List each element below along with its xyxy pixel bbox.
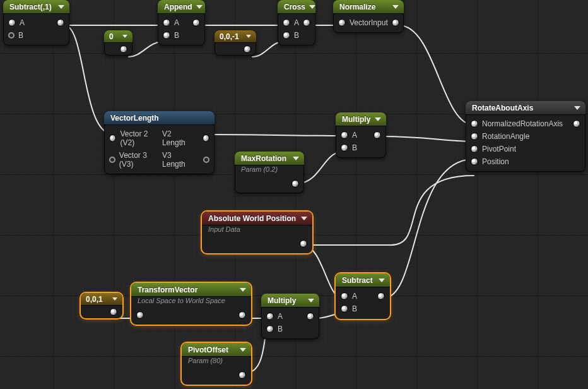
chevron-down-icon[interactable] [301,217,307,220]
node-header[interactable]: PivotOffset [182,343,251,357]
pin-in-b[interactable]: B [8,31,23,40]
chevron-down-icon[interactable] [122,35,127,38]
node-constant-0[interactable]: 0 [104,30,132,56]
pin-in-a[interactable]: A [341,131,357,140]
pin-out[interactable] [288,180,299,188]
node-header[interactable]: Subtract(,1) [3,0,69,14]
node-cross[interactable]: Cross A B [278,0,315,45]
pin-out[interactable] [116,45,127,53]
pin-out-v3[interactable]: V3 Length [162,151,209,169]
node-title: Absolute World Position [208,214,297,223]
node-pivotoffset[interactable]: PivotOffset Param (80) [182,343,251,385]
node-subtract1[interactable]: Subtract(,1) A B [3,0,69,45]
pin-in-a[interactable]: A [163,18,179,27]
node-title: VectorLength [110,114,209,123]
pin-in-v2[interactable]: Vector 2 (V2) [109,129,162,147]
node-title: PivotOffset [188,345,236,354]
pin-in-a[interactable]: A [341,292,357,301]
node-title: MaxRotation [241,154,289,163]
pin-out[interactable] [370,131,381,139]
pin-in[interactable] [136,311,144,319]
pin-in-b[interactable]: B [341,143,357,152]
pin-out[interactable] [373,292,385,300]
chevron-down-icon[interactable] [196,5,203,9]
chevron-down-icon[interactable] [308,299,314,302]
node-subtract2[interactable]: Subtract A B [336,273,390,319]
pin-out[interactable] [53,19,64,27]
pin-in-b[interactable]: B [283,31,299,40]
node-rotateaboutaxis[interactable]: RotateAboutAxis NormalizedRotationAxis R… [466,101,585,172]
node-title: Subtract [342,276,375,285]
node-absolute-world-position[interactable]: Absolute World Position Input Data [202,212,312,253]
node-normalize[interactable]: Normalize VectorInput [333,0,404,33]
node-header[interactable]: Multiply [336,112,386,126]
node-subtitle: Local Space to World Space [131,297,251,307]
constant-value: 0,0,1 [86,295,103,304]
pin-in-b[interactable]: B [341,304,357,313]
chevron-down-icon[interactable] [392,5,399,9]
pin-in-position[interactable]: Position [471,157,509,166]
chevron-down-icon[interactable] [240,288,246,292]
pin-out[interactable] [189,19,200,27]
node-vectorlength[interactable]: VectorLength Vector 2 (V2) V2 Length Vec… [104,111,215,174]
chevron-down-icon[interactable] [240,348,246,352]
pin-out[interactable] [296,240,307,248]
pin-in-v3[interactable]: Vector 3 (V3) [109,151,162,169]
pin-out[interactable] [235,371,246,379]
pin-in-vector[interactable]: VectorInput [338,18,388,27]
node-title: Subtract(,1) [9,3,54,11]
node-title: RotateAboutAxis [472,104,570,112]
chevron-down-icon[interactable] [293,157,299,160]
chevron-down-icon[interactable] [58,5,64,9]
node-title: Cross [284,3,305,11]
node-append[interactable]: Append A B [158,0,205,45]
node-header[interactable]: MaxRotation [235,152,304,165]
pin-in-axis[interactable]: NormalizedRotationAxis [471,119,563,128]
pin-in-pivot[interactable]: PivotPoint [471,145,516,153]
node-subtitle: Param (0.2) [235,165,304,176]
pin-out[interactable] [235,311,246,319]
node-header[interactable]: Normalize [333,0,404,14]
node-header[interactable]: Append [158,0,205,14]
node-header[interactable]: Multiply [261,294,319,308]
node-constant-00-1[interactable]: 0,0,-1 [215,30,256,56]
node-title: Normalize [339,3,389,11]
chevron-down-icon[interactable] [379,278,385,282]
pin-in-a[interactable]: A [283,18,299,27]
node-header[interactable]: Absolute World Position [202,212,312,225]
pin-in-a[interactable]: A [266,312,283,321]
node-subtitle: Param (80) [182,357,251,367]
node-subtitle: Input Data [202,225,312,236]
pin-in-b[interactable]: B [266,325,283,333]
node-multiply1[interactable]: Multiply A B [336,112,386,158]
chevron-down-icon[interactable] [246,35,251,38]
pin-out-v2[interactable]: V2 Length [162,129,209,147]
pin-out[interactable] [240,45,251,53]
pin-in-a[interactable]: A [8,18,25,27]
constant-value: 0,0,-1 [220,32,239,41]
node-multiply2[interactable]: Multiply A B [261,294,319,339]
constant-value: 0 [109,32,114,41]
node-header[interactable]: VectorLength [104,111,215,125]
chevron-down-icon[interactable] [375,117,381,121]
chevron-down-icon[interactable] [309,5,315,9]
pin-out[interactable] [388,19,399,27]
node-header[interactable]: RotateAboutAxis [466,101,585,115]
pin-in-b[interactable]: B [163,31,179,40]
node-title: Append [164,3,192,11]
node-title: Multiply [342,115,371,124]
node-title: TransformVector [138,285,236,294]
node-header[interactable]: TransformVector [131,283,251,297]
pin-out[interactable] [569,120,580,128]
node-header[interactable]: Subtract [336,273,390,287]
chevron-down-icon[interactable] [112,297,117,301]
node-transformvector[interactable]: TransformVector Local Space to World Spa… [131,283,251,325]
chevron-down-icon[interactable] [574,106,580,110]
pin-out[interactable] [106,308,117,316]
pin-in-angle[interactable]: RotationAngle [471,132,529,141]
pin-out[interactable] [303,313,314,320]
node-constant-001[interactable]: 0,0,1 [81,293,122,318]
node-maxrotation[interactable]: MaxRotation Param (0.2) [235,152,304,193]
node-header[interactable]: Cross [278,0,315,14]
pin-out[interactable] [299,19,310,27]
